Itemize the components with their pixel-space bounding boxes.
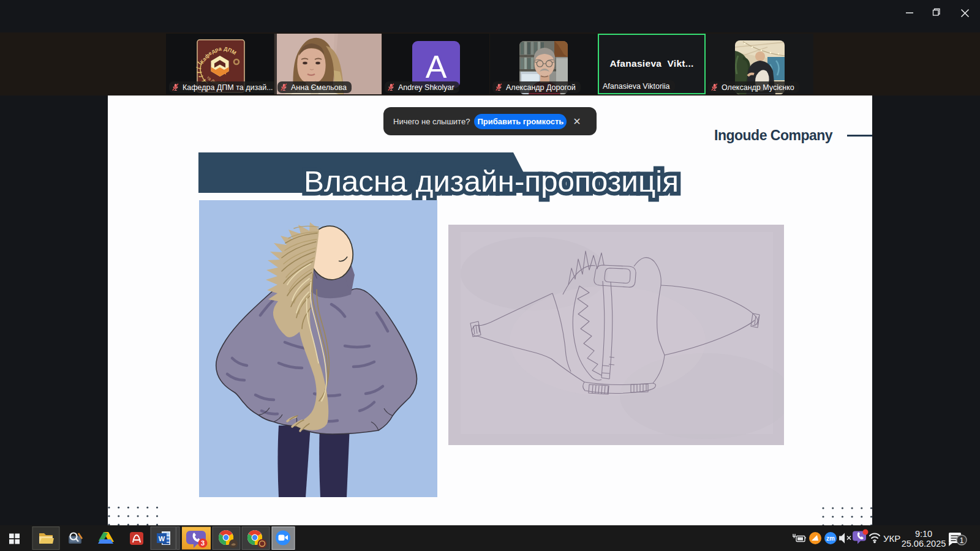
svg-text:A: A: [426, 49, 447, 84]
svg-text:Власна дизайн-пропозиція: Власна дизайн-пропозиція: [304, 165, 679, 198]
svg-text:W: W: [159, 535, 165, 542]
svg-text:25.06.2025: 25.06.2025: [902, 539, 946, 549]
svg-text:3: 3: [201, 539, 205, 547]
svg-text:zm: zm: [826, 535, 835, 542]
svg-text:9:10: 9:10: [915, 529, 932, 539]
svg-text:УКР: УКР: [883, 533, 900, 544]
svg-text:1: 1: [960, 536, 964, 545]
